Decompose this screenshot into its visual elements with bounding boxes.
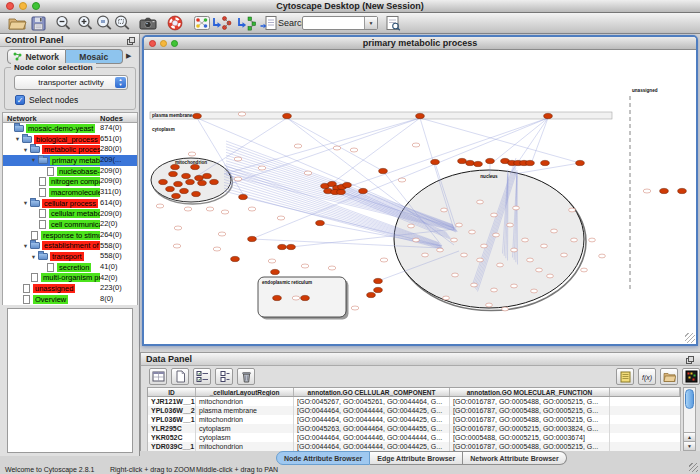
- gene-node[interactable]: [374, 278, 383, 283]
- gene-label-node[interactable]: [491, 213, 498, 217]
- gene-label-node[interactable]: [294, 144, 302, 148]
- tab-mosaic[interactable]: Mosaic: [66, 49, 124, 64]
- disclosure-triangle-icon[interactable]: ▼: [14, 136, 21, 142]
- zoom-fit-button[interactable]: [113, 14, 133, 32]
- gene-label-node[interactable]: [437, 248, 444, 252]
- zoom-out-button[interactable]: [54, 14, 74, 32]
- gene-node[interactable]: [458, 158, 467, 163]
- gene-node[interactable]: [337, 189, 346, 194]
- gene-label-node[interactable]: [536, 268, 543, 272]
- gene-label-node[interactable]: [213, 247, 221, 251]
- gene-label-node[interactable]: [301, 264, 309, 268]
- gene-label-node[interactable]: [350, 148, 358, 152]
- gene-label-node[interactable]: [408, 224, 415, 228]
- gene-label-node[interactable]: [493, 233, 500, 237]
- gene-label-node[interactable]: [581, 268, 588, 272]
- tree-row[interactable]: Overview8(0): [3, 294, 137, 305]
- gene-label-node[interactable]: [541, 244, 548, 248]
- gene-node[interactable]: [198, 180, 207, 185]
- node-color-dropdown[interactable]: transporter activity ▲▼: [14, 75, 128, 90]
- network-canvas[interactable]: plasma membranecytoplasmmitochondrionnuc…: [144, 50, 696, 344]
- gene-label-node[interactable]: [481, 244, 488, 248]
- tree-row[interactable]: multi-organism pro42(0): [3, 273, 137, 284]
- gene-label-node[interactable]: [497, 263, 504, 267]
- gene-node[interactable]: [174, 181, 183, 186]
- scroll-up-button[interactable]: ▲: [684, 432, 695, 441]
- gene-label-node[interactable]: [547, 274, 554, 278]
- tree-row[interactable]: secretion41(0): [3, 262, 137, 273]
- gene-label-node[interactable]: [491, 288, 498, 292]
- table-row[interactable]: YLR295Ccytoplasm[GO:0045263, GO:0044464,…: [148, 424, 680, 433]
- gene-node[interactable]: [541, 160, 550, 165]
- tab-network[interactable]: Network: [7, 49, 66, 64]
- gene-label-node[interactable]: [531, 289, 538, 293]
- gene-label-node[interactable]: [351, 306, 359, 310]
- window-titlebar[interactable]: Cytoscape Desktop (New Session): [0, 0, 700, 13]
- gene-label-node[interactable]: [328, 266, 336, 270]
- gene-node[interactable]: [544, 113, 553, 118]
- gene-node[interactable]: [486, 158, 495, 163]
- gene-node[interactable]: [203, 173, 212, 178]
- tree-row[interactable]: ▼cellular process614(0): [3, 198, 137, 209]
- gene-node[interactable]: [283, 113, 292, 118]
- gene-label-node[interactable]: [477, 200, 484, 204]
- gene-label-node[interactable]: [502, 307, 509, 311]
- gene-node[interactable]: [186, 179, 195, 184]
- table-row[interactable]: YPL036W__2plasma membrane[GO:0044464, GO…: [148, 406, 680, 415]
- gene-label-node[interactable]: [258, 166, 266, 170]
- gene-node[interactable]: [287, 244, 296, 249]
- table-row[interactable]: YPL036W__1mitochondrion[GO:0044464, GO:0…: [148, 415, 680, 424]
- gene-label-node[interactable]: [206, 207, 214, 211]
- gene-node[interactable]: [474, 161, 483, 166]
- help-button[interactable]: [165, 14, 185, 32]
- table-row[interactable]: YKR052Ccytoplasm[GO:0044464, GO:0044446,…: [148, 433, 680, 442]
- tree-row[interactable]: nucleobase-209(0): [3, 166, 137, 177]
- select-nodes-checkbox[interactable]: ✓: [15, 95, 25, 105]
- tree-row[interactable]: macromolecule311(0): [3, 187, 137, 198]
- disclosure-triangle-icon[interactable]: ▼: [30, 157, 37, 163]
- gene-node[interactable]: [466, 160, 475, 165]
- float-data-panel-icon[interactable]: [686, 356, 694, 364]
- attribute-checklist-button[interactable]: [193, 368, 211, 385]
- gene-label-node[interactable]: [422, 253, 429, 257]
- gene-label-node[interactable]: [413, 238, 420, 242]
- gene-node[interactable]: [210, 179, 219, 184]
- tree-row[interactable]: ▼transport558(0): [3, 251, 137, 262]
- frame-resize-grip[interactable]: [685, 333, 695, 343]
- gene-label-node[interactable]: [380, 258, 388, 262]
- import-attribute-file-button[interactable]: [660, 368, 678, 385]
- gene-label-node[interactable]: [507, 223, 514, 227]
- tree-row[interactable]: ▼establishment of lo558(0): [3, 241, 137, 252]
- column-header[interactable]: ID: [148, 388, 196, 396]
- disclosure-triangle-icon[interactable]: ▼: [22, 200, 29, 206]
- region-plasma-membrane[interactable]: [150, 112, 612, 119]
- gene-label-node[interactable]: [221, 210, 229, 214]
- gene-label-node[interactable]: [174, 226, 182, 230]
- network-frame-titlebar[interactable]: primary metabolic process: [144, 37, 696, 50]
- gene-node[interactable]: [191, 164, 200, 169]
- gene-label-node[interactable]: [589, 238, 596, 242]
- tree-row[interactable]: cell communicat22(0): [3, 219, 137, 230]
- gene-node[interactable]: [359, 188, 368, 193]
- gene-node[interactable]: [278, 244, 287, 249]
- gene-label-node[interactable]: [184, 207, 192, 211]
- gene-node[interactable]: [301, 295, 310, 300]
- tree-row[interactable]: unassigned223(0): [3, 283, 137, 294]
- scrollbar-thumb[interactable]: [685, 389, 694, 409]
- delete-attribute-button[interactable]: [237, 368, 255, 385]
- gene-node[interactable]: [172, 193, 181, 198]
- gene-label-node[interactable]: [304, 171, 312, 175]
- snapshot-button[interactable]: [138, 14, 158, 32]
- search-dropdown-arrow[interactable]: ▼: [364, 17, 377, 29]
- gene-label-node[interactable]: [441, 208, 448, 212]
- gene-label-node[interactable]: [218, 232, 226, 236]
- tree-row[interactable]: ▼primary metabol209(...: [3, 155, 137, 166]
- birdseye-view[interactable]: [7, 308, 133, 453]
- table-scrollbar[interactable]: ▲ ▼: [683, 387, 696, 451]
- gene-node[interactable]: [171, 164, 180, 169]
- column-header[interactable]: annotation.GO MOLECULAR_FUNCTION: [450, 388, 610, 396]
- zoom-selected-button[interactable]: [95, 14, 115, 32]
- gene-node[interactable]: [316, 220, 325, 225]
- save-session-button[interactable]: [29, 14, 49, 32]
- create-attribute-button[interactable]: [171, 368, 189, 385]
